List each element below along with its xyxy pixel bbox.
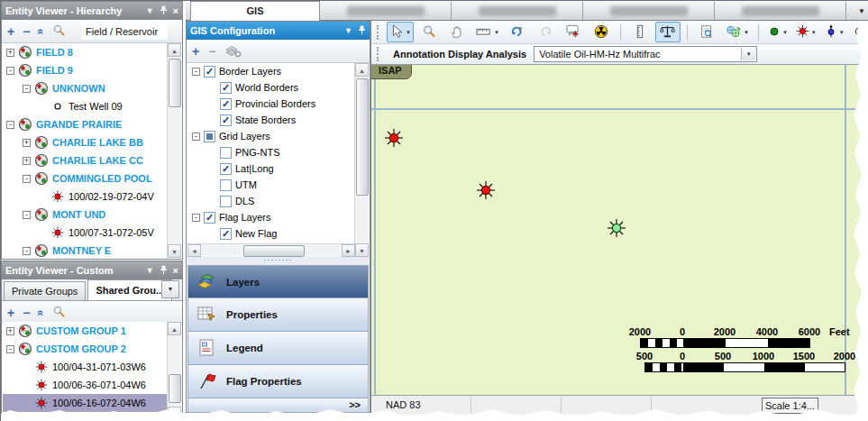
chevron-down-icon[interactable]: ▼ (146, 6, 154, 15)
search-icon[interactable] (52, 23, 66, 39)
layer-label[interactable]: Lat|Long (235, 163, 274, 174)
collapse-all-icon[interactable]: « (35, 309, 48, 316)
tree-item[interactable]: 100/06-16-072-04W6 (3, 394, 168, 412)
measure-tool-button[interactable]: ▼ (472, 22, 502, 42)
tab-list-dropdown-icon[interactable]: ▼ (161, 280, 179, 298)
tab-hidden[interactable] (716, 2, 846, 20)
layer-tree-item[interactable]: ✓New Flag (187, 225, 355, 242)
field-reservoir-filter[interactable]: Field / Reservoir (81, 23, 168, 40)
zoom-tool-button[interactable] (416, 22, 442, 42)
tree-item[interactable]: 100/06-36-071-04W6 (3, 376, 168, 394)
add-button[interactable]: + (7, 25, 14, 38)
checkbox-on[interactable]: ✓ (220, 228, 232, 240)
checkbox-on[interactable]: ✓ (220, 163, 232, 175)
tree-item-label[interactable]: MONT UND (52, 209, 105, 220)
expander-minus-icon[interactable]: - (23, 85, 31, 93)
well-symbol-red[interactable] (476, 180, 496, 200)
scale-tool-button[interactable] (655, 22, 681, 42)
symbol-blue-pin-button[interactable]: ▼ (822, 22, 847, 42)
redo-button[interactable] (533, 22, 558, 42)
gis-map-canvas[interactable]: ISAP 20000200040006000Feet 5000500100015… (370, 65, 868, 395)
expander-plus-icon[interactable]: + (6, 49, 14, 57)
add-button[interactable]: + (7, 307, 14, 319)
expander-minus-icon[interactable]: - (6, 67, 14, 75)
scroll-left-icon[interactable]: ◄ (187, 244, 201, 257)
select-tool-button[interactable]: ▼ (387, 22, 414, 42)
tree-item[interactable]: -MONT UND (3, 206, 168, 224)
layer-tree-item[interactable]: DLS (187, 193, 355, 209)
expander-minus-icon[interactable]: - (6, 121, 14, 129)
dropdown-caret-icon[interactable]: ▼ (406, 30, 411, 35)
scroll-up-icon[interactable]: ▲ (168, 322, 181, 335)
tree-item-label[interactable]: GRANDE PRAIRIE (36, 119, 122, 130)
hierarchy-scrollbar[interactable]: ▲ ▼ (167, 43, 181, 258)
expander-minus-icon[interactable]: - (23, 211, 31, 219)
tree-item-label[interactable]: CUSTOM GROUP 2 (36, 343, 126, 354)
tree-item-label[interactable]: 100/04-31-071-03W6 (52, 362, 146, 372)
tree-item[interactable]: +FIELD 8 (3, 43, 168, 61)
dropdown-caret-icon[interactable]: ▼ (782, 30, 788, 35)
checkbox-off[interactable] (220, 196, 232, 207)
expander-plus-icon[interactable]: + (23, 139, 31, 147)
tree-item-label[interactable]: UNKNOWN (52, 83, 105, 94)
expander-minus-icon[interactable]: - (192, 214, 200, 222)
layer-tree-item[interactable]: ✓State Borders (187, 112, 355, 128)
tree-item[interactable]: 100/04-31-071-03W6 (3, 358, 168, 376)
layer-tree-item[interactable]: PNG-NTS (187, 144, 355, 160)
pin-icon[interactable] (358, 25, 366, 37)
layer-label[interactable]: Flag Layers (219, 212, 270, 223)
combobox-dropdown-icon[interactable]: ▼ (741, 48, 755, 60)
layer-tree-item[interactable]: ✓World Borders (187, 79, 355, 96)
tree-item[interactable]: -COMMINGLED POOL (3, 169, 168, 188)
scroll-thumb[interactable] (356, 78, 369, 196)
layer-tree-item[interactable]: -✓Border Layers (187, 63, 355, 79)
scroll-down-icon[interactable]: ▼ (168, 244, 181, 258)
tab-hidden[interactable] (584, 2, 715, 20)
pan-tool-button[interactable] (444, 22, 470, 42)
tab-hidden[interactable] (452, 2, 583, 20)
sync-map-button[interactable]: ▼ (722, 22, 752, 42)
layer-tree-item[interactable]: ✓Provincial Borders (187, 96, 355, 112)
tree-item[interactable]: 100/07-31-072-05V (3, 224, 168, 242)
checkbox-on[interactable]: ✓ (220, 82, 232, 94)
scroll-thumb[interactable] (169, 374, 181, 403)
tree-item[interactable]: -CUSTOM GROUP 2 (3, 340, 168, 358)
tree-item-label[interactable]: Test Well 09 (69, 101, 123, 112)
checkbox-on[interactable]: ✓ (220, 114, 232, 126)
expander-minus-icon[interactable]: - (192, 68, 200, 76)
layer-label[interactable]: New Flag (235, 228, 277, 239)
add-layer-button[interactable]: + (192, 45, 199, 58)
layer-label[interactable]: Grid Layers (219, 131, 270, 142)
chevron-down-icon[interactable]: ▼ (146, 266, 154, 275)
collapse-all-icon[interactable]: « (35, 28, 48, 34)
checkbox-mixed[interactable] (204, 131, 215, 142)
dropdown-caret-icon[interactable]: ▼ (494, 30, 499, 35)
layer-tree-item[interactable]: UTM (187, 177, 355, 193)
layer-label[interactable]: World Borders (235, 82, 298, 93)
layer-settings-icon[interactable] (224, 42, 242, 60)
layer-label[interactable]: Border Layers (219, 66, 281, 77)
tab-private-groups[interactable]: Private Groups (4, 281, 86, 300)
close-icon[interactable]: × (173, 6, 178, 15)
tree-item-label[interactable]: MONTNEY E (52, 245, 111, 256)
expander-minus-icon[interactable]: - (23, 247, 31, 255)
tree-item-label[interactable]: FIELD 9 (36, 65, 73, 76)
tree-item-label[interactable]: 100/02-19-072-04V (69, 191, 154, 202)
symbol-red-star-button[interactable]: ▼ (793, 22, 819, 42)
dropdown-caret-icon[interactable]: ▼ (744, 30, 749, 35)
layers-scrollbar[interactable]: ▲ ▼ (354, 63, 369, 257)
tree-item[interactable]: Test Well 09 (3, 97, 168, 115)
tab-shared-grou-[interactable]: Shared Grou... (87, 279, 172, 300)
tree-item-label[interactable]: COMMINGLED POOL (52, 173, 152, 184)
accordion-layers[interactable]: Layers (187, 265, 369, 298)
checkbox-on[interactable]: ✓ (204, 66, 215, 78)
layer-tree-item[interactable]: -✓Flag Layers (187, 209, 355, 225)
checkbox-off[interactable] (220, 147, 232, 159)
tree-item-label[interactable]: 100/06-16-072-04W6 (52, 398, 146, 408)
tree-item[interactable]: +CUSTOM GROUP 1 (3, 322, 168, 340)
tree-item-label[interactable]: 100/07-31-072-05V (69, 227, 154, 238)
close-icon[interactable]: × (173, 266, 178, 275)
scroll-thumb[interactable] (169, 59, 181, 107)
undo-button[interactable]: ? (505, 22, 530, 42)
dropdown-caret-icon[interactable]: ▼ (811, 30, 817, 35)
